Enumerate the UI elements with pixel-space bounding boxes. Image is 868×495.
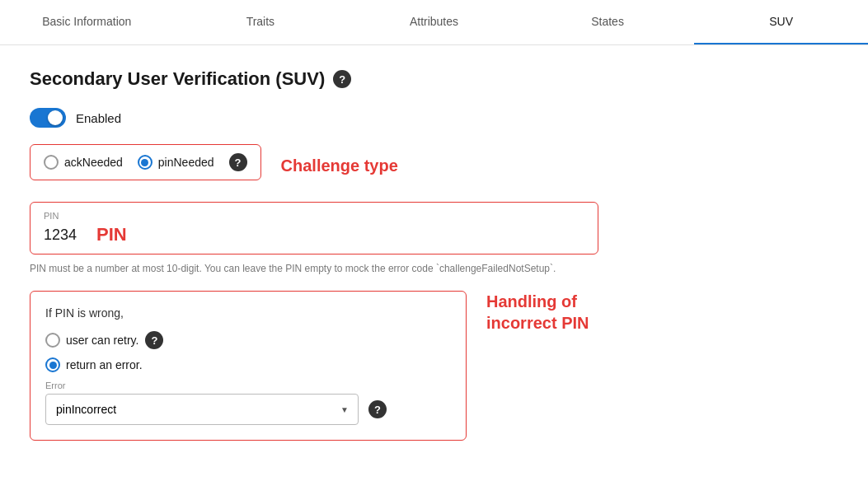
- pin-field-label: PIN: [44, 211, 584, 221]
- error-dropdown-label: Error: [45, 381, 451, 390]
- toggle-thumb: [48, 110, 63, 125]
- radio-retry-circle: [45, 333, 60, 348]
- radio-error-circle: [45, 357, 60, 372]
- tab-traits[interactable]: Traits: [174, 0, 348, 44]
- retry-help-icon[interactable]: ?: [145, 331, 163, 349]
- title-help-icon[interactable]: ?: [333, 70, 351, 88]
- toggle-label: Enabled: [76, 111, 121, 125]
- radio-error-row: return an error.: [45, 357, 451, 372]
- tab-states[interactable]: States: [521, 0, 695, 44]
- tab-suv[interactable]: SUV: [694, 0, 868, 44]
- challenge-type-radio-group: ackNeeded pinNeeded ?: [30, 144, 261, 180]
- pin-display-label: PIN: [96, 224, 127, 245]
- challenge-type-help-icon[interactable]: ?: [229, 153, 247, 171]
- radio-ackNeeded-label: ackNeeded: [64, 156, 123, 169]
- incorrect-pin-box: If PIN is wrong, user can retry. ? retur…: [30, 291, 467, 441]
- pin-value[interactable]: 1234: [44, 226, 77, 244]
- tab-attributes[interactable]: Attributes: [347, 0, 521, 44]
- tab-basic-information[interactable]: Basic Information: [0, 0, 174, 44]
- error-dropdown-row: pinIncorrect pinLocked pinExpired ?: [45, 394, 451, 425]
- radio-pinNeeded-circle: [138, 155, 152, 170]
- handling-label: Handling ofincorrect PIN: [486, 291, 589, 334]
- error-dropdown-section: Error pinIncorrect pinLocked pinExpired …: [45, 381, 451, 425]
- incorrect-pin-title: If PIN is wrong,: [45, 306, 451, 320]
- incorrect-pin-row: If PIN is wrong, user can retry. ? retur…: [30, 291, 838, 441]
- tab-bar: Basic Information Traits Attributes Stat…: [0, 0, 868, 45]
- main-content: Secondary User Verification (SUV) ? Enab…: [0, 45, 868, 464]
- pin-hint: PIN must be a number at most 10-digit. Y…: [30, 263, 598, 274]
- challenge-type-row: ackNeeded pinNeeded ? Challenge type: [30, 144, 838, 187]
- challenge-type-label: Challenge type: [281, 156, 398, 175]
- pin-value-row: 1234 PIN: [44, 224, 584, 245]
- radio-retry-label: user can retry.: [66, 334, 138, 347]
- radio-pinNeeded[interactable]: pinNeeded: [138, 155, 214, 170]
- radio-ackNeeded-circle: [44, 155, 59, 170]
- page-title-row: Secondary User Verification (SUV) ?: [30, 68, 838, 90]
- radio-ackNeeded[interactable]: ackNeeded: [44, 155, 123, 170]
- radio-retry-row: user can retry. ?: [45, 331, 451, 349]
- enabled-toggle[interactable]: [30, 108, 66, 128]
- radio-error-label: return an error.: [66, 358, 143, 371]
- page-title-text: Secondary User Verification (SUV): [30, 68, 325, 90]
- pin-field-box: PIN 1234 PIN: [30, 202, 598, 255]
- radio-pinNeeded-label: pinNeeded: [158, 156, 214, 169]
- error-dropdown-wrapper: pinIncorrect pinLocked pinExpired: [45, 394, 359, 425]
- toggle-row: Enabled: [30, 108, 838, 128]
- radio-retry[interactable]: user can retry.: [45, 333, 138, 348]
- radio-error[interactable]: return an error.: [45, 357, 143, 372]
- error-dropdown[interactable]: pinIncorrect pinLocked pinExpired: [45, 394, 359, 425]
- error-dropdown-help-icon[interactable]: ?: [368, 400, 387, 418]
